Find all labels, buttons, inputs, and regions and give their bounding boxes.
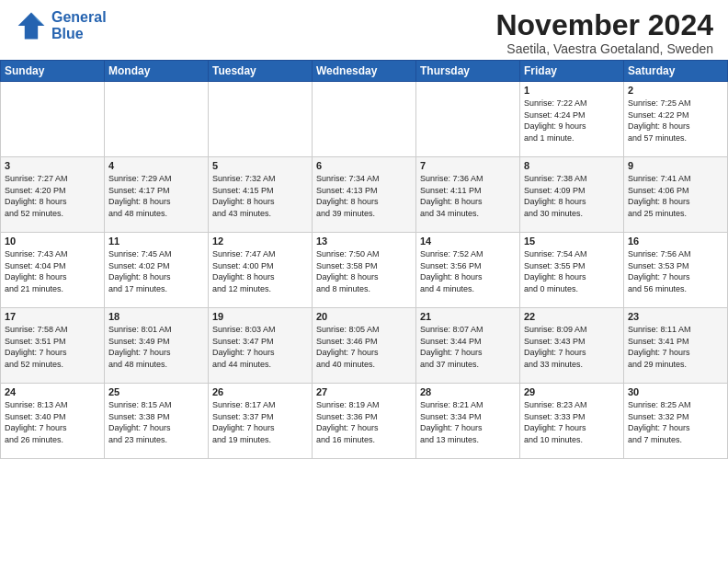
day-info: Sunrise: 7:43 AMSunset: 4:04 PMDaylight:…: [5, 248, 100, 294]
calendar-cell: 22Sunrise: 8:09 AMSunset: 3:43 PMDayligh…: [520, 308, 624, 384]
day-info: Sunrise: 7:34 AMSunset: 4:13 PMDaylight:…: [316, 173, 412, 219]
day-info: Sunrise: 8:03 AMSunset: 3:47 PMDaylight:…: [212, 324, 308, 370]
day-info: Sunrise: 8:23 AMSunset: 3:33 PMDaylight:…: [524, 399, 620, 445]
day-number: 15: [524, 236, 620, 247]
logo-text: General Blue: [51, 9, 107, 41]
calendar-cell: 11Sunrise: 7:45 AMSunset: 4:02 PMDayligh…: [105, 233, 209, 308]
day-info: Sunrise: 7:27 AMSunset: 4:20 PMDaylight:…: [5, 173, 100, 219]
day-info: Sunrise: 7:47 AMSunset: 4:00 PMDaylight:…: [212, 248, 308, 294]
day-info: Sunrise: 7:25 AMSunset: 4:22 PMDaylight:…: [628, 98, 723, 144]
calendar-cell: 24Sunrise: 8:13 AMSunset: 3:40 PMDayligh…: [1, 384, 105, 459]
svg-marker-0: [18, 13, 45, 40]
day-info: Sunrise: 7:52 AMSunset: 3:56 PMDaylight:…: [420, 248, 516, 294]
calendar-header-row: SundayMondayTuesdayWednesdayThursdayFrid…: [1, 61, 728, 82]
day-info: Sunrise: 7:22 AMSunset: 4:24 PMDaylight:…: [524, 98, 620, 144]
header-friday: Friday: [520, 61, 624, 82]
week-row-5: 24Sunrise: 8:13 AMSunset: 3:40 PMDayligh…: [1, 384, 728, 459]
calendar-cell: 7Sunrise: 7:36 AMSunset: 4:11 PMDaylight…: [416, 157, 520, 233]
calendar-cell: 19Sunrise: 8:03 AMSunset: 3:47 PMDayligh…: [209, 308, 313, 384]
day-number: 29: [524, 386, 620, 397]
calendar-cell: [1, 82, 105, 157]
calendar-cell: 15Sunrise: 7:54 AMSunset: 3:55 PMDayligh…: [520, 233, 624, 308]
calendar-cell: 30Sunrise: 8:25 AMSunset: 3:32 PMDayligh…: [624, 384, 728, 459]
calendar-cell: 25Sunrise: 8:15 AMSunset: 3:38 PMDayligh…: [105, 384, 209, 459]
day-info: Sunrise: 8:07 AMSunset: 3:44 PMDaylight:…: [420, 324, 516, 370]
day-number: 27: [316, 386, 412, 397]
day-info: Sunrise: 8:05 AMSunset: 3:46 PMDaylight:…: [316, 324, 412, 370]
header-sunday: Sunday: [1, 61, 105, 82]
header-saturday: Saturday: [624, 61, 728, 82]
day-info: Sunrise: 7:36 AMSunset: 4:11 PMDaylight:…: [420, 173, 516, 219]
day-number: 9: [628, 160, 723, 171]
day-number: 4: [108, 160, 204, 171]
day-number: 12: [212, 236, 308, 247]
logo-line1: General: [51, 9, 107, 25]
day-number: 20: [316, 311, 412, 322]
calendar-cell: 14Sunrise: 7:52 AMSunset: 3:56 PMDayligh…: [416, 233, 520, 308]
day-number: 16: [628, 236, 723, 247]
calendar-cell: 20Sunrise: 8:05 AMSunset: 3:46 PMDayligh…: [313, 308, 416, 384]
day-info: Sunrise: 8:21 AMSunset: 3:34 PMDaylight:…: [420, 399, 516, 445]
day-number: 30: [628, 386, 723, 397]
calendar-cell: 5Sunrise: 7:32 AMSunset: 4:15 PMDaylight…: [209, 157, 313, 233]
day-number: 19: [212, 311, 308, 322]
day-number: 14: [420, 236, 516, 247]
day-number: 2: [628, 85, 723, 96]
day-info: Sunrise: 8:11 AMSunset: 3:41 PMDaylight:…: [628, 324, 723, 370]
day-info: Sunrise: 7:38 AMSunset: 4:09 PMDaylight:…: [524, 173, 620, 219]
day-info: Sunrise: 7:50 AMSunset: 3:58 PMDaylight:…: [316, 248, 412, 294]
day-info: Sunrise: 8:15 AMSunset: 3:38 PMDaylight:…: [108, 399, 204, 445]
header-wednesday: Wednesday: [313, 61, 416, 82]
calendar-cell: [105, 82, 209, 157]
month-title: November 2024: [495, 9, 713, 41]
day-number: 3: [5, 160, 100, 171]
day-number: 18: [108, 311, 204, 322]
day-number: 28: [420, 386, 516, 397]
calendar-cell: 23Sunrise: 8:11 AMSunset: 3:41 PMDayligh…: [624, 308, 728, 384]
calendar-cell: 28Sunrise: 8:21 AMSunset: 3:34 PMDayligh…: [416, 384, 520, 459]
day-number: 23: [628, 311, 723, 322]
logo: General Blue: [15, 9, 107, 42]
day-number: 10: [5, 236, 100, 247]
header-thursday: Thursday: [416, 61, 520, 82]
day-info: Sunrise: 8:01 AMSunset: 3:49 PMDaylight:…: [108, 324, 204, 370]
day-number: 11: [108, 236, 204, 247]
week-row-3: 10Sunrise: 7:43 AMSunset: 4:04 PMDayligh…: [1, 233, 728, 308]
day-info: Sunrise: 8:13 AMSunset: 3:40 PMDaylight:…: [5, 399, 100, 445]
day-number: 1: [524, 85, 620, 96]
day-info: Sunrise: 7:41 AMSunset: 4:06 PMDaylight:…: [628, 173, 723, 219]
day-info: Sunrise: 7:29 AMSunset: 4:17 PMDaylight:…: [108, 173, 204, 219]
calendar-cell: 12Sunrise: 7:47 AMSunset: 4:00 PMDayligh…: [209, 233, 313, 308]
logo-icon: [15, 9, 48, 42]
day-number: 7: [420, 160, 516, 171]
page-header: General Blue November 2024 Saetila, Vaes…: [0, 0, 728, 60]
calendar-cell: 21Sunrise: 8:07 AMSunset: 3:44 PMDayligh…: [416, 308, 520, 384]
day-info: Sunrise: 8:09 AMSunset: 3:43 PMDaylight:…: [524, 324, 620, 370]
header-monday: Monday: [105, 61, 209, 82]
day-info: Sunrise: 7:56 AMSunset: 3:53 PMDaylight:…: [628, 248, 723, 294]
calendar-cell: 17Sunrise: 7:58 AMSunset: 3:51 PMDayligh…: [1, 308, 105, 384]
calendar-cell: 6Sunrise: 7:34 AMSunset: 4:13 PMDaylight…: [313, 157, 416, 233]
calendar-cell: 27Sunrise: 8:19 AMSunset: 3:36 PMDayligh…: [313, 384, 416, 459]
day-number: 13: [316, 236, 412, 247]
calendar-cell: 13Sunrise: 7:50 AMSunset: 3:58 PMDayligh…: [313, 233, 416, 308]
calendar-cell: [209, 82, 313, 157]
day-info: Sunrise: 7:54 AMSunset: 3:55 PMDaylight:…: [524, 248, 620, 294]
calendar-cell: 26Sunrise: 8:17 AMSunset: 3:37 PMDayligh…: [209, 384, 313, 459]
day-number: 26: [212, 386, 308, 397]
calendar-cell: 4Sunrise: 7:29 AMSunset: 4:17 PMDaylight…: [105, 157, 209, 233]
calendar-cell: 3Sunrise: 7:27 AMSunset: 4:20 PMDaylight…: [1, 157, 105, 233]
week-row-2: 3Sunrise: 7:27 AMSunset: 4:20 PMDaylight…: [1, 157, 728, 233]
week-row-4: 17Sunrise: 7:58 AMSunset: 3:51 PMDayligh…: [1, 308, 728, 384]
calendar-cell: 29Sunrise: 8:23 AMSunset: 3:33 PMDayligh…: [520, 384, 624, 459]
day-info: Sunrise: 8:19 AMSunset: 3:36 PMDaylight:…: [316, 399, 412, 445]
day-number: 25: [108, 386, 204, 397]
day-info: Sunrise: 7:32 AMSunset: 4:15 PMDaylight:…: [212, 173, 308, 219]
day-info: Sunrise: 7:58 AMSunset: 3:51 PMDaylight:…: [5, 324, 100, 370]
calendar-cell: 16Sunrise: 7:56 AMSunset: 3:53 PMDayligh…: [624, 233, 728, 308]
day-info: Sunrise: 8:25 AMSunset: 3:32 PMDaylight:…: [628, 399, 723, 445]
week-row-1: 1Sunrise: 7:22 AMSunset: 4:24 PMDaylight…: [1, 82, 728, 157]
day-number: 6: [316, 160, 412, 171]
calendar-cell: 10Sunrise: 7:43 AMSunset: 4:04 PMDayligh…: [1, 233, 105, 308]
calendar-cell: [416, 82, 520, 157]
